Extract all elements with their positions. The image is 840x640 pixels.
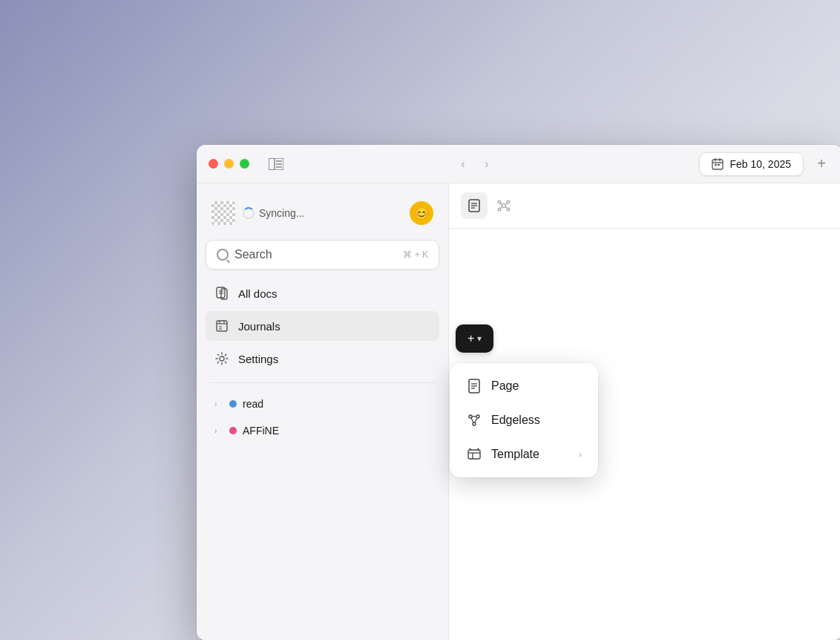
svg-point-29 <box>498 208 501 211</box>
svg-line-34 <box>506 207 508 209</box>
svg-line-31 <box>501 203 502 205</box>
calendar-icon <box>712 158 723 170</box>
svg-point-21 <box>220 356 224 361</box>
journals-label: Journals <box>238 320 280 333</box>
new-chevron-icon: ▾ <box>477 333 482 344</box>
svg-line-33 <box>501 207 502 209</box>
syncing-status: Syncing... <box>243 207 304 219</box>
sync-spinner <box>243 207 255 219</box>
tree-chevron-affine: › <box>214 427 223 435</box>
sidebar-item-settings[interactable]: Settings <box>206 344 439 373</box>
tree-chevron-read: › <box>214 400 223 408</box>
svg-point-26 <box>502 204 506 208</box>
svg-rect-0 <box>269 158 275 170</box>
settings-icon <box>214 351 229 366</box>
search-bar[interactable]: Search ⌘ + K <box>206 240 439 270</box>
menu-item-page-label: Page <box>491 379 519 393</box>
search-label: Search <box>234 248 397 261</box>
back-button[interactable]: ‹ <box>453 154 473 174</box>
tree-item-affine[interactable]: › AFFiNE <box>206 419 439 443</box>
date-label: Feb 10, 2025 <box>729 158 791 170</box>
sidebar-divider <box>209 382 436 383</box>
journals-icon <box>214 319 229 333</box>
svg-rect-10 <box>718 164 720 166</box>
forward-button[interactable]: › <box>476 154 497 174</box>
menu-item-template-label: Template <box>491 448 539 461</box>
search-icon <box>217 249 229 261</box>
user-avatar[interactable]: 😊 <box>410 201 433 225</box>
tree-item-read[interactable]: › read <box>206 392 439 416</box>
template-menu-icon <box>466 446 482 463</box>
graph-view-button[interactable] <box>490 192 517 219</box>
menu-item-edgeless-label: Edgeless <box>491 414 540 427</box>
user-emoji: 😊 <box>414 206 429 221</box>
menu-item-page[interactable]: Page <box>456 369 592 403</box>
add-new-button-top[interactable]: + <box>811 154 832 174</box>
page-view-icon <box>467 198 482 213</box>
sidebar-item-journals[interactable]: Journals <box>206 311 439 341</box>
svg-point-28 <box>507 200 510 203</box>
dot-read <box>229 400 237 408</box>
traffic-lights <box>209 159 249 169</box>
svg-rect-15 <box>217 321 227 331</box>
date-button[interactable]: Feb 10, 2025 <box>699 152 804 176</box>
graph-view-icon <box>496 198 511 213</box>
panel-toolbar <box>449 183 840 229</box>
svg-point-30 <box>507 208 510 211</box>
menu-item-edgeless[interactable]: Edgeless <box>456 403 592 437</box>
edgeless-menu-icon <box>466 412 482 428</box>
sidebar-toggle-button[interactable] <box>264 152 288 176</box>
new-button[interactable]: + ▾ <box>456 324 493 353</box>
tree-label-read: read <box>243 398 263 410</box>
svg-point-39 <box>469 415 472 418</box>
svg-line-32 <box>506 203 508 205</box>
page-menu-icon <box>466 378 482 394</box>
svg-point-41 <box>473 422 476 425</box>
settings-label: Settings <box>238 353 278 365</box>
workspace-header: Syncing... 😊 <box>206 195 439 234</box>
new-button-group: + ▾ Page <box>456 324 493 353</box>
svg-line-43 <box>471 418 473 422</box>
template-chevron-icon: › <box>579 449 582 460</box>
svg-rect-9 <box>715 164 717 166</box>
svg-point-27 <box>498 200 501 203</box>
sidebar-item-all-docs[interactable]: All docs <box>206 278 439 308</box>
minimize-button[interactable] <box>224 159 234 169</box>
syncing-label: Syncing... <box>259 207 304 219</box>
dropdown-menu: Page Edgeless <box>450 363 598 477</box>
tree-label-affine: AFFiNE <box>243 425 279 437</box>
maximize-button[interactable] <box>240 159 249 169</box>
svg-point-40 <box>476 415 479 418</box>
new-plus-icon: + <box>467 332 474 345</box>
menu-item-template[interactable]: Template › <box>456 437 592 471</box>
all-docs-label: All docs <box>238 287 278 300</box>
svg-rect-45 <box>468 450 480 459</box>
docs-icon <box>214 286 229 301</box>
close-button[interactable] <box>209 159 218 169</box>
nav-arrows: ‹ › <box>453 154 497 174</box>
page-view-button[interactable] <box>461 192 488 219</box>
workspace-icon <box>211 201 235 225</box>
search-shortcut: ⌘ + K <box>403 249 428 260</box>
svg-line-44 <box>475 418 477 422</box>
titlebar: ‹ › Feb 10, 2025 + <box>197 145 840 183</box>
dot-affine <box>229 427 237 434</box>
sidebar: Syncing... 😊 Search ⌘ + K <box>197 183 449 640</box>
